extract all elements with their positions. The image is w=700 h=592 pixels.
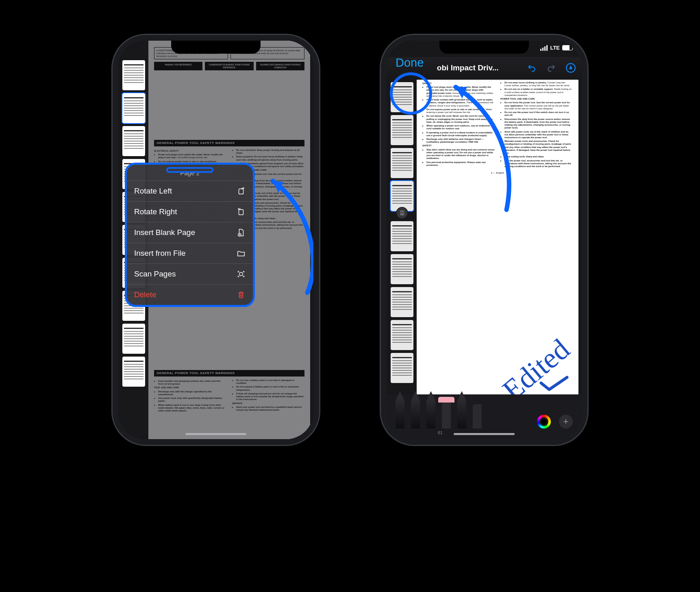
- doc-page-footer: 2 — English: [422, 172, 573, 175]
- handwritten-checkmark-icon: [539, 375, 569, 391]
- ruler-tool[interactable]: [473, 404, 487, 429]
- device-notch: [171, 41, 261, 54]
- undo-button[interactable]: [526, 62, 538, 74]
- eraser-tool[interactable]: [442, 403, 451, 429]
- tool-page-label: 61: [438, 430, 443, 435]
- page-thumbnail[interactable]: [122, 324, 145, 354]
- page-thumbnail[interactable]: [391, 221, 413, 251]
- menu-item-label: Delete: [134, 290, 157, 299]
- phone-right: LTE Done obi Impact Driv... Done: [387, 41, 582, 439]
- battery-icon: [562, 45, 573, 50]
- cellular-signal-icon: [540, 45, 548, 51]
- page-thumbnail[interactable]: [391, 254, 413, 284]
- menu-rotate-left[interactable]: Rotate Left: [127, 181, 253, 201]
- menu-item-label: Scan Pages: [134, 270, 176, 279]
- page-thumbnail[interactable]: [122, 357, 145, 387]
- page-thumbnail[interactable]: [391, 148, 413, 178]
- page-thumbnail[interactable]: [391, 115, 413, 145]
- page-thumbnail[interactable]: [391, 287, 413, 317]
- menu-item-label: Rotate Right: [134, 207, 177, 216]
- home-indicator: [185, 433, 246, 435]
- page-thumbnail[interactable]: [122, 60, 145, 90]
- context-menu-title: Page 2: [127, 168, 253, 181]
- svg-rect-1: [239, 210, 243, 215]
- markup-tool-tray: +: [387, 394, 582, 439]
- doc-subheader-usecare: POWER TOOL USE AND CARE: [500, 98, 573, 100]
- pencil-tool[interactable]: [426, 398, 435, 429]
- screen-right: Done obi Impact Driv... Done ☰: [387, 41, 582, 439]
- menu-insert-from-file[interactable]: Insert from File: [127, 243, 253, 263]
- page-thumbnail-rail[interactable]: ☰: [389, 80, 415, 394]
- scan-icon: [237, 270, 246, 279]
- carrier-label: LTE: [550, 45, 560, 51]
- done-button[interactable]: Done: [396, 56, 424, 70]
- markup-pen-button[interactable]: [565, 62, 577, 74]
- folder-icon: [237, 249, 246, 258]
- document-title: obi Impact Driv...: [437, 63, 499, 72]
- redo-button[interactable]: [545, 62, 557, 74]
- page-context-menu: Page 2 Rotate Left Rotate Right Insert B…: [125, 163, 255, 307]
- add-tool-button[interactable]: +: [559, 415, 573, 429]
- home-indicator: [454, 433, 515, 435]
- menu-item-label: Insert Blank Page: [134, 228, 195, 237]
- page-thumbnail-selected[interactable]: [122, 93, 145, 123]
- svg-rect-0: [239, 189, 243, 194]
- page-thumbnail[interactable]: [391, 353, 413, 383]
- menu-insert-blank-page[interactable]: Insert Blank Page: [127, 222, 253, 243]
- svg-rect-3: [239, 272, 242, 275]
- doc-subheader-safety: SAFETY: [422, 144, 495, 147]
- device-notch: [439, 41, 529, 54]
- doc-subheader-safety: SAFETY: [422, 82, 495, 85]
- document-view[interactable]: SAFETY Power tool plugs must match the o…: [417, 80, 578, 394]
- rotate-left-icon: [237, 187, 246, 196]
- page-thumbnail[interactable]: [391, 320, 413, 350]
- trash-icon: [237, 290, 246, 299]
- lasso-tool[interactable]: [457, 398, 466, 429]
- menu-rotate-right[interactable]: Rotate Right: [127, 201, 253, 222]
- menu-delete[interactable]: Delete: [127, 284, 253, 305]
- menu-scan-pages[interactable]: Scan Pages: [127, 263, 253, 284]
- menu-item-label: Insert from File: [134, 249, 186, 258]
- menu-item-label: Rotate Left: [134, 187, 172, 196]
- rotate-right-icon: [237, 207, 246, 216]
- marker-tool[interactable]: [411, 398, 420, 429]
- screen-left: ⚠ AVERTISSEMENT : Pour réduire les risqu…: [118, 41, 313, 439]
- pen-tool[interactable]: [396, 398, 404, 429]
- color-picker-button[interactable]: [537, 415, 551, 429]
- reorder-handle-icon[interactable]: ☰: [397, 208, 407, 218]
- phone-left: ⚠ AVERTISSEMENT : Pour réduire les risqu…: [118, 41, 313, 439]
- page-thumbnail[interactable]: [122, 126, 145, 156]
- status-time: [130, 45, 132, 52]
- insert-page-icon: [237, 228, 246, 237]
- page-thumbnail-selected[interactable]: ☰: [391, 181, 413, 211]
- status-bar-right: LTE: [540, 45, 573, 51]
- done-highlight-circle: [390, 72, 432, 115]
